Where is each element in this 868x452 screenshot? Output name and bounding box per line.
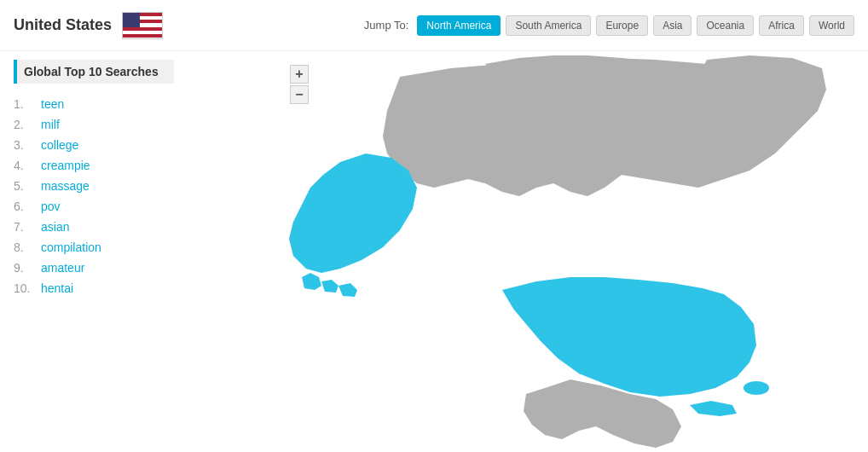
search-rank: 10. [14, 281, 34, 295]
search-term[interactable]: teen [41, 97, 64, 111]
country-title: United States [14, 16, 112, 34]
search-term[interactable]: hentai [41, 281, 73, 295]
search-term[interactable]: creampie [41, 159, 90, 172]
flag-icon [122, 12, 163, 39]
search-term[interactable]: pov [41, 200, 61, 213]
search-term[interactable]: milf [41, 118, 60, 131]
zoom-in-button[interactable]: + [290, 65, 309, 84]
jump-btn-world[interactable]: World [809, 15, 854, 36]
jump-btn-asia[interactable]: Asia [653, 15, 692, 36]
search-rank: 1. [14, 97, 34, 111]
search-rank: 2. [14, 118, 34, 131]
map-container: + − [188, 51, 868, 452]
search-term[interactable]: asian [41, 220, 69, 234]
search-term[interactable]: amateur [41, 261, 84, 275]
header-left: United States [14, 12, 163, 39]
jump-btn-oceania[interactable]: Oceania [697, 15, 754, 36]
jump-btn-africa[interactable]: Africa [759, 15, 804, 36]
search-list-item: 4.creampie [14, 155, 174, 176]
search-rank: 6. [14, 200, 34, 213]
search-list-item: 1.teen [14, 94, 174, 114]
search-list-item: 10.hentai [14, 278, 174, 298]
search-term[interactable]: college [41, 138, 78, 152]
header: United States Jump To: North America Sou… [0, 0, 868, 51]
search-list-item: 7.asian [14, 217, 174, 237]
search-rank: 3. [14, 138, 34, 152]
zoom-controls: + − [290, 65, 309, 104]
search-rank: 9. [14, 261, 34, 275]
jump-to-label: Jump To: [364, 19, 409, 32]
search-list-item: 9.amateur [14, 258, 174, 278]
search-list: 1.teen2.milf3.college4.creampie5.massage… [14, 94, 174, 298]
search-term[interactable]: massage [41, 179, 90, 193]
bahamas-region[interactable] [744, 381, 769, 395]
search-rank: 4. [14, 159, 34, 172]
cuba-region[interactable] [690, 401, 737, 416]
search-list-item: 6.pov [14, 196, 174, 217]
alaska-region[interactable] [289, 154, 417, 297]
sidebar-title: Global Top 10 Searches [14, 60, 174, 84]
jump-btn-south-america[interactable]: South America [506, 15, 591, 36]
greenland-region[interactable] [694, 55, 826, 145]
zoom-out-button[interactable]: − [290, 85, 309, 104]
sidebar: Global Top 10 Searches 1.teen2.milf3.col… [0, 51, 188, 452]
search-list-item: 8.compilation [14, 237, 174, 258]
us-region[interactable] [502, 277, 756, 397]
jump-btn-north-america[interactable]: North America [417, 15, 501, 36]
search-list-item: 5.massage [14, 176, 174, 196]
search-list-item: 2.milf [14, 114, 174, 135]
main-content: Global Top 10 Searches 1.teen2.milf3.col… [0, 51, 868, 452]
map-svg [188, 51, 868, 452]
search-rank: 7. [14, 220, 34, 234]
jump-to-nav: Jump To: North America South America Eur… [364, 15, 854, 36]
search-term[interactable]: compilation [41, 240, 101, 254]
search-list-item: 3.college [14, 135, 174, 155]
jump-btn-europe[interactable]: Europe [596, 15, 648, 36]
search-rank: 8. [14, 240, 34, 254]
search-rank: 5. [14, 179, 34, 193]
